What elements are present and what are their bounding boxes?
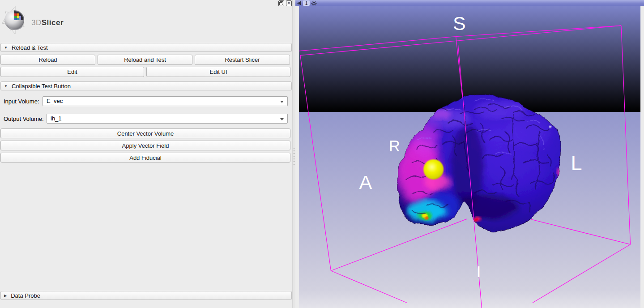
fiducial-sphere[interactable] <box>423 159 444 180</box>
render-canvas[interactable]: S R A L I <box>295 6 644 308</box>
section-collapsible-test-button[interactable]: ▼ Collapsible Test Button <box>0 81 292 90</box>
edit-button[interactable]: Edit <box>0 67 144 77</box>
input-volume-combobox[interactable]: E_vec <box>43 96 288 106</box>
center-vector-volume-button[interactable]: Center Vector Volume <box>0 128 290 138</box>
slicer-logo-text: 3DSlicer <box>31 18 64 27</box>
slicer-logo-icon <box>1 5 30 37</box>
view-controller-bar[interactable]: 1 <box>295 0 644 6</box>
module-panel: ✕ <box>0 0 292 308</box>
section-data-probe[interactable]: ▶ Data Probe <box>0 291 292 300</box>
collapse-triangle-icon: ▼ <box>4 84 8 88</box>
section-reload-and-test[interactable]: ▼ Reload & Test <box>0 43 292 52</box>
output-volume-combobox[interactable]: lh_1 <box>47 114 288 124</box>
reload-button[interactable]: Reload <box>0 55 95 65</box>
label-superior: S <box>453 13 466 34</box>
panel-splitter[interactable] <box>292 0 295 308</box>
chevron-down-icon <box>280 118 284 120</box>
collapse-triangle-icon: ▼ <box>4 46 8 50</box>
label-anterior: A <box>359 171 372 193</box>
edit-ui-button[interactable]: Edit UI <box>146 67 290 77</box>
logo-slicer: Slicer <box>42 18 64 27</box>
view-name-badge[interactable]: 1 <box>303 0 310 6</box>
pin-icon[interactable] <box>296 0 302 6</box>
add-fiducial-button[interactable]: Add Fiducial <box>0 153 290 163</box>
section-title: Reload & Test <box>12 44 48 51</box>
close-panel-icon[interactable]: ✕ <box>286 0 292 6</box>
restart-slicer-button[interactable]: Restart Slicer <box>195 55 290 65</box>
apply-vector-field-button[interactable]: Apply Vector Field <box>0 141 290 150</box>
view-options-icon[interactable] <box>311 0 317 6</box>
label-inferior: I <box>477 263 481 280</box>
input-volume-label: Input Volume: <box>4 97 39 106</box>
reload-and-test-button[interactable]: Reload and Test <box>98 55 192 65</box>
output-volume-label: Output Volume: <box>4 114 44 124</box>
section-title: Collapsible Test Button <box>12 83 71 90</box>
label-right: R <box>389 137 400 154</box>
section-title: Data Probe <box>11 292 40 299</box>
undock-panel-icon[interactable] <box>278 0 284 6</box>
input-volume-value: E_vec <box>47 98 63 104</box>
chevron-down-icon <box>280 101 284 103</box>
collapse-triangle-icon: ▶ <box>4 294 7 298</box>
logo-3d: 3D <box>31 18 42 27</box>
output-volume-value: lh_1 <box>51 115 62 122</box>
label-left: L <box>571 152 582 175</box>
threed-view: 1 <box>295 0 644 308</box>
splitter-grip-icon <box>294 148 294 166</box>
slicer-window: ✕ <box>0 0 644 308</box>
